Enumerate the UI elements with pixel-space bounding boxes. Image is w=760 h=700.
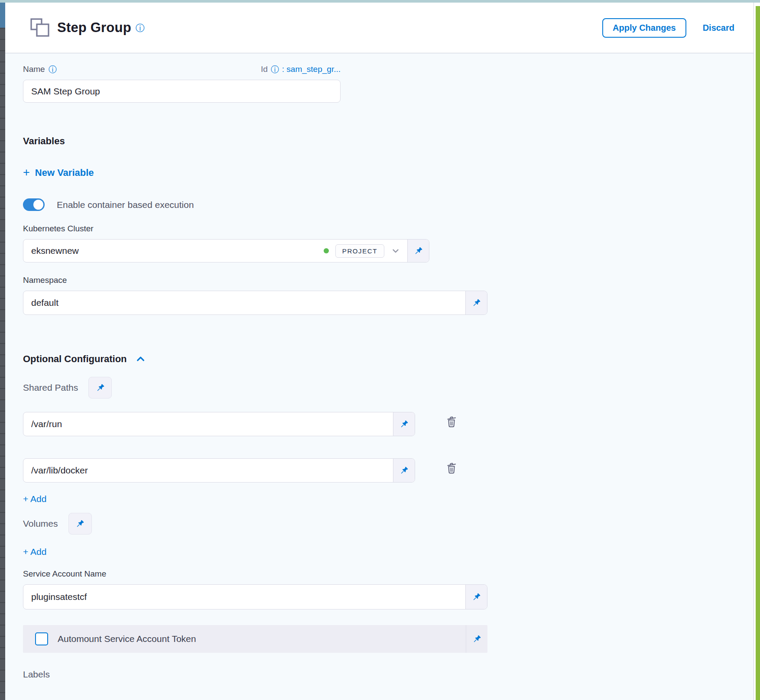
container-execution-label: Enable container based execution	[57, 200, 194, 210]
trash-icon	[445, 415, 458, 428]
pin-icon	[471, 298, 481, 308]
shared-path-1-pin-button[interactable]	[393, 412, 415, 436]
container-execution-toggle[interactable]	[23, 198, 45, 211]
left-edge-strip	[0, 3, 5, 700]
name-label: Name	[23, 65, 45, 74]
shared-path-2-pin-button[interactable]	[393, 459, 415, 482]
service-account-field	[23, 584, 487, 609]
name-info-icon[interactable]: ⓘ	[49, 65, 57, 74]
shared-paths-row: Shared Paths	[23, 377, 754, 399]
left-strip-blue-segment	[0, 3, 5, 28]
volumes-pin-button[interactable]	[68, 513, 92, 535]
add-volume-button[interactable]: + Add	[23, 547, 46, 557]
kubernetes-cluster-pin-button[interactable]	[407, 240, 429, 262]
namespace-field	[23, 291, 487, 315]
shared-path-input[interactable]	[23, 412, 393, 436]
labels-label: Labels	[23, 669, 754, 680]
shared-paths-pin-button[interactable]	[88, 377, 112, 399]
name-label-group: Name ⓘ	[23, 65, 57, 74]
shared-path-input[interactable]	[23, 459, 393, 482]
kubernetes-cluster-label: Kubernetes Cluster	[23, 224, 754, 233]
pin-icon	[95, 383, 105, 393]
id-value[interactable]: : sam_step_gr...	[282, 65, 341, 74]
pin-icon	[75, 519, 85, 529]
toggle-knob	[33, 200, 43, 210]
namespace-pin-button[interactable]	[465, 291, 487, 314]
pin-icon	[399, 466, 409, 476]
step-group-config-panel: Step Group ⓘ Apply Changes Discard Name …	[5, 3, 754, 700]
chevron-down-icon	[391, 246, 400, 256]
step-group-icon	[29, 17, 50, 38]
delete-shared-path-2-button[interactable]	[443, 459, 460, 476]
title-info-icon[interactable]: ⓘ	[136, 23, 145, 32]
pin-icon	[472, 634, 482, 644]
volumes-row: Volumes	[23, 513, 754, 535]
automount-pin-button[interactable]	[466, 625, 487, 653]
kubernetes-cluster-value[interactable]: eksnewnew PROJECT	[23, 240, 407, 262]
page-title: Step Group	[57, 20, 131, 36]
connector-status-dot	[324, 248, 329, 253]
panel-header: Step Group ⓘ Apply Changes Discard	[5, 3, 754, 53]
scope-badge: PROJECT	[335, 244, 384, 258]
shared-paths-label: Shared Paths	[23, 382, 78, 393]
id-info-icon[interactable]: ⓘ	[271, 65, 279, 74]
automount-checkbox[interactable]	[35, 632, 48, 645]
kubernetes-cluster-select: eksnewnew PROJECT	[23, 239, 429, 262]
id-label: Id	[261, 65, 268, 74]
automount-label: Automount Service Account Token	[58, 634, 466, 644]
container-execution-row: Enable container based execution	[23, 198, 754, 211]
left-strip-dark-segment	[0, 28, 5, 700]
variables-heading: Variables	[23, 136, 754, 147]
plus-icon: +	[23, 167, 30, 178]
new-variable-label: New Variable	[35, 167, 94, 178]
name-id-row: Name ⓘ Id ⓘ : sam_step_gr...	[23, 65, 341, 74]
namespace-label: Namespace	[23, 275, 754, 285]
connector-name: eksnewnew	[31, 246, 317, 256]
screen: Step Group ⓘ Apply Changes Discard Name …	[0, 0, 760, 700]
automount-row: Automount Service Account Token	[23, 625, 487, 653]
name-input[interactable]	[23, 80, 341, 103]
shared-path-row	[23, 453, 754, 483]
discard-button[interactable]: Discard	[703, 23, 734, 33]
apply-changes-button[interactable]: Apply Changes	[602, 18, 686, 38]
id-group: Id ⓘ : sam_step_gr...	[261, 65, 341, 74]
shared-path-row	[23, 406, 754, 436]
chevron-up-icon[interactable]	[135, 353, 146, 365]
panel-body: Name ⓘ Id ⓘ : sam_step_gr... Variables +…	[5, 53, 754, 700]
right-edge-strip	[756, 6, 760, 700]
pin-icon	[413, 246, 423, 256]
volumes-label: Volumes	[23, 519, 58, 529]
shared-path-field	[23, 458, 415, 483]
delete-shared-path-1-button[interactable]	[443, 413, 460, 430]
add-shared-path-button[interactable]: + Add	[23, 494, 46, 504]
top-edge-strip	[0, 0, 760, 3]
service-account-label: Service Account Name	[23, 569, 754, 579]
pin-icon	[471, 592, 481, 602]
new-variable-button[interactable]: + New Variable	[23, 167, 94, 178]
pin-icon	[399, 419, 409, 429]
namespace-input[interactable]	[23, 291, 465, 314]
shared-path-field	[23, 412, 415, 436]
optional-configuration-heading: Optional Configuration	[23, 353, 754, 365]
service-account-input[interactable]	[23, 585, 465, 609]
service-account-pin-button[interactable]	[465, 585, 487, 609]
optional-configuration-title: Optional Configuration	[23, 353, 127, 365]
trash-icon	[445, 461, 458, 475]
